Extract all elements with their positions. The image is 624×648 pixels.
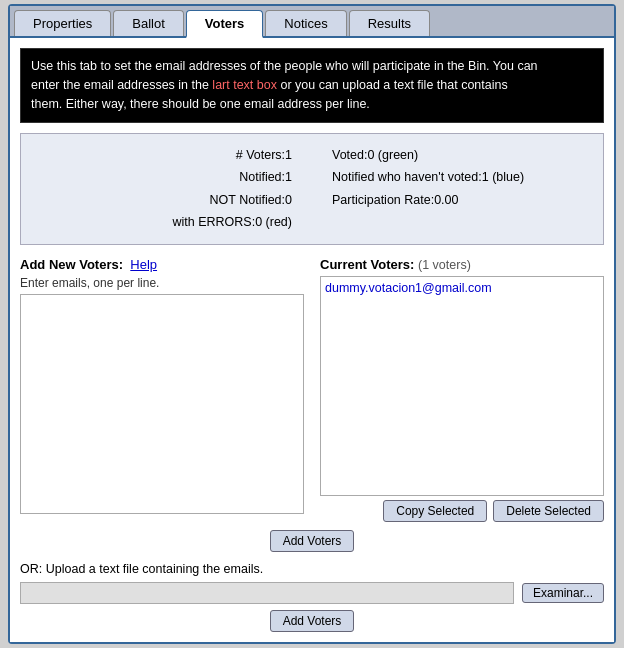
add-voters-subtext: Enter emails, one per line. [20,276,304,290]
upload-row: Examinar... [20,582,604,604]
file-input-display [20,582,514,604]
stats-box: # Voters:1 Notified:1 NOT Notified:0 wit… [20,133,604,245]
or-text: OR: [20,562,42,576]
tab-properties[interactable]: Properties [14,10,111,36]
copy-selected-button[interactable]: Copy Selected [383,500,487,522]
stat-voted: Voted:0 (green) [332,144,589,167]
info-line3: them. Either way, there should be one em… [31,97,370,111]
info-line1: Use this tab to set the email addresses … [31,59,538,73]
stat-not-notified: NOT Notified:0 [35,189,292,212]
stats-right: Voted:0 (green) Notified who haven't vot… [312,144,589,234]
stats-left: # Voters:1 Notified:1 NOT Notified:0 wit… [35,144,312,234]
stats-grid: # Voters:1 Notified:1 NOT Notified:0 wit… [35,144,589,234]
examinar-button[interactable]: Examinar... [522,583,604,603]
help-link[interactable]: Help [130,257,157,272]
add-voters2-button-row: Add Voters [20,610,604,632]
info-line2: enter the email addresses in the lart te… [31,78,508,92]
add-voters-button[interactable]: Add Voters [270,530,355,552]
main-window: Properties Ballot Voters Notices Results… [8,4,616,643]
delete-selected-button[interactable]: Delete Selected [493,500,604,522]
stat-participation: Participation Rate:0.00 [332,189,589,212]
voters-list[interactable]: dummy.votacion1@gmail.com [320,276,604,496]
tab-notices[interactable]: Notices [265,10,346,36]
content-area: Use this tab to set the email addresses … [10,38,614,641]
voters-textarea[interactable] [20,294,304,514]
tab-bar: Properties Ballot Voters Notices Results [10,6,614,38]
voter-action-buttons: Copy Selected Delete Selected [320,500,604,522]
add-voters-button-row: Add Voters [20,530,604,552]
stat-errors: with ERRORS:0 (red) [35,211,292,234]
info-box: Use this tab to set the email addresses … [20,48,604,122]
upload-description: Upload a text file containing the emails… [46,562,264,576]
stat-notified-not-voted: Notified who haven't voted:1 (blue) [332,166,589,189]
stat-voters: # Voters:1 [35,144,292,167]
tab-voters[interactable]: Voters [186,10,264,38]
tab-ballot[interactable]: Ballot [113,10,184,36]
tab-results[interactable]: Results [349,10,430,36]
add-voters-column: Add New Voters: Help Enter emails, one p… [20,257,304,522]
add-voters-header: Add New Voters: Help [20,257,304,272]
main-columns: Add New Voters: Help Enter emails, one p… [20,257,604,522]
current-voters-column: Current Voters: (1 voters) dummy.votacio… [320,257,604,522]
voter-email-item: dummy.votacion1@gmail.com [325,281,599,295]
stat-notified: Notified:1 [35,166,292,189]
voters-count: (1 voters) [418,258,471,272]
upload-section: OR: Upload a text file containing the em… [20,562,604,632]
current-voters-header: Current Voters: (1 voters) [320,257,604,272]
or-row: OR: Upload a text file containing the em… [20,562,604,576]
add-voters2-button[interactable]: Add Voters [270,610,355,632]
